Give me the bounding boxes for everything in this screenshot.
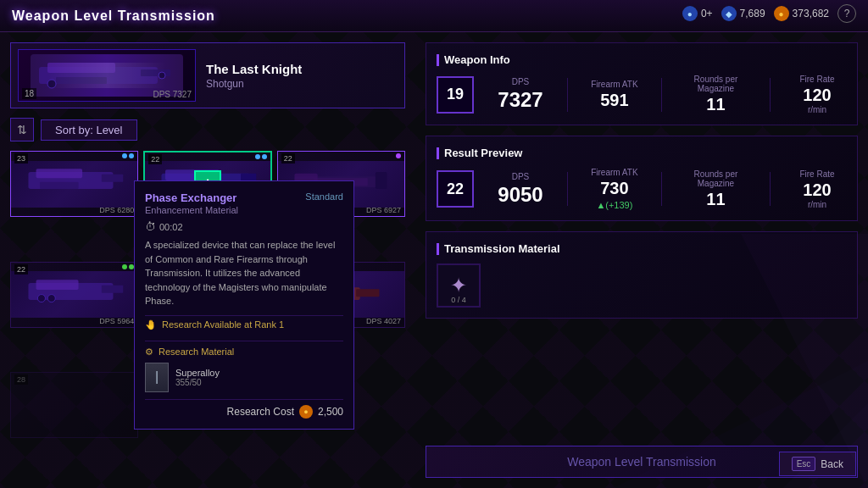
- svg-rect-9: [40, 182, 78, 189]
- result-dps: DPS 9050: [491, 172, 550, 207]
- result-dps-label: DPS: [512, 172, 530, 181]
- result-rounds-label: Rounds per Magazine: [679, 169, 753, 188]
- svg-rect-8: [101, 175, 122, 182]
- cell-dps-5: DPS 4027: [366, 317, 401, 325]
- result-atk-value: 730: [600, 179, 628, 198]
- mat-qty: 355/50: [175, 378, 220, 387]
- sort-bar: ⇅ Sort by: Level: [10, 117, 405, 142]
- weapon-info-level: 19: [437, 76, 474, 114]
- weapon-cell-img-0: [11, 161, 137, 208]
- research-mat-title: ⚙ Research Material: [145, 347, 343, 358]
- cell-dps-2: DPS 6927: [366, 206, 401, 214]
- gold-cost-icon: ●: [299, 405, 313, 419]
- gold-icon: ●: [774, 6, 789, 21]
- selected-weapon-display: 18 DPS 7327 The Last Knight Shotgun: [10, 42, 405, 108]
- svg-rect-1: [47, 63, 115, 73]
- gold-amount: 373,682: [793, 8, 829, 19]
- result-rounds: Rounds per Magazine 11: [679, 169, 753, 209]
- tooltip-time-value: 00:02: [159, 222, 183, 232]
- svg-rect-3: [56, 77, 107, 84]
- cell-icons-1: [255, 154, 267, 159]
- hand-icon: 🤚: [145, 319, 157, 330]
- result-divider-1: [567, 172, 568, 206]
- svg-point-5: [159, 72, 165, 79]
- mat-slot-icon: ✦: [450, 274, 467, 297]
- top-bar: Weapon Level Transmission ● 0+ ◆ 7,689 ●…: [0, 0, 868, 32]
- sort-icon-button[interactable]: ⇅: [10, 118, 34, 141]
- blue-currency: ● 0+: [682, 6, 713, 21]
- cell-icons-3: [122, 264, 134, 269]
- mat-name: Superalloy: [175, 368, 220, 378]
- cell-level-2: 22: [281, 153, 295, 164]
- result-preview-title: Result Preview: [437, 147, 847, 159]
- result-atk-delta: ▲(+139): [596, 200, 632, 210]
- diamond-currency: ◆ 7,689: [721, 6, 765, 21]
- svg-point-4: [47, 80, 56, 88]
- svg-point-21: [37, 294, 45, 302]
- mat-slot[interactable]: ✦ 0 / 4: [437, 263, 481, 308]
- tooltip-title: Phase Exchanger: [145, 191, 238, 204]
- cell-level-1: 22: [148, 154, 162, 164]
- stat-firearm-atk: Firearm ATK 591: [585, 80, 644, 110]
- gear-icon: ⚙: [145, 347, 153, 358]
- weapon-cell-6[interactable]: 28: [10, 372, 138, 438]
- tooltip-popup: Phase Exchanger Enhancement Material Sta…: [134, 180, 354, 430]
- back-button[interactable]: Esc Back: [779, 452, 856, 476]
- dot-icon: [396, 153, 401, 158]
- svg-rect-7: [36, 169, 82, 178]
- svg-rect-16: [376, 172, 387, 189]
- dot-icon: [262, 154, 267, 159]
- mat-slot-count: 0 / 4: [451, 296, 466, 304]
- weapon-cell-0[interactable]: 23 DPS 6280: [10, 151, 138, 217]
- cost-label: Research Cost: [227, 406, 294, 418]
- cell-level-0: 23: [14, 153, 28, 164]
- diamond-amount: 7,689: [740, 8, 765, 19]
- weapon-cell-3[interactable]: 22 DPS 5964: [10, 262, 138, 328]
- tooltip-title-area: Phase Exchanger Enhancement Material: [145, 191, 238, 215]
- dps-value: 7327: [498, 88, 542, 112]
- result-rounds-value: 11: [706, 190, 725, 209]
- transmission-material-section: Transmission Material ✦ 0 / 4: [426, 231, 858, 319]
- mat-info: Superalloy 355/50: [175, 368, 220, 387]
- cell-icons-2: [396, 153, 401, 158]
- result-fire-rate-label: Fire Rate: [799, 169, 834, 179]
- right-panel: Weapon Info 19 DPS 7327 Firearm ATK 591 …: [415, 32, 868, 488]
- research-mat-label: Research Material: [159, 347, 234, 357]
- tooltip-cost: Research Cost ● 2,500: [145, 399, 343, 419]
- diamond-icon: ◆: [721, 6, 737, 21]
- dps-label: DPS: [512, 77, 530, 86]
- weapon-type: Shotgun: [206, 78, 302, 90]
- stat-divider-3: [770, 78, 771, 112]
- tooltip-subtitle: Enhancement Material: [145, 205, 238, 215]
- weapon-name-area: The Last Knight Shotgun: [206, 62, 302, 90]
- cell-level-3: 22: [14, 264, 28, 274]
- svg-rect-2: [141, 69, 170, 76]
- tooltip-research-available: 🤚 Research Available at Rank 1: [145, 315, 343, 334]
- result-firearm-atk: Firearm ATK 730 ▲(+139): [585, 168, 644, 210]
- dps-label-badge: DPS: [153, 90, 170, 99]
- tooltip-rarity: Standard: [305, 191, 343, 202]
- rounds-value: 11: [706, 95, 725, 114]
- dot-icon: [122, 264, 127, 269]
- result-level: 22: [437, 170, 474, 208]
- fire-rate-value: 120: [803, 86, 831, 105]
- clock-icon: ⏱: [145, 220, 156, 233]
- help-button[interactable]: ?: [837, 4, 856, 23]
- research-avail-text: Research Available at Rank 1: [162, 319, 284, 330]
- tooltip-research-material: ⚙ Research Material | Superalloy 355/50: [145, 341, 343, 392]
- dot-icon: [122, 153, 127, 158]
- page-title: Weapon Level Transmission: [12, 8, 215, 24]
- tooltip-header: Phase Exchanger Enhancement Material Sta…: [145, 191, 343, 215]
- sort-label[interactable]: Sort by: Level: [41, 119, 137, 141]
- fire-rate-label: Fire Rate: [799, 75, 834, 84]
- dps-value-badge: 7327: [173, 90, 192, 99]
- stat-fire-rate: Fire Rate 120 r/min: [787, 75, 847, 114]
- gold-currency: ● 373,682: [774, 6, 829, 21]
- result-divider-2: [661, 172, 662, 206]
- cell-icons-0: [122, 153, 134, 158]
- result-preview-section: Result Preview 22 DPS 9050 Firearm ATK 7…: [426, 136, 858, 221]
- weapon-info-stats: 19 DPS 7327 Firearm ATK 591 Rounds per M…: [437, 75, 847, 114]
- result-fire-rate-value: 120: [803, 180, 831, 200]
- svg-rect-25: [356, 289, 379, 297]
- svg-rect-20: [101, 285, 122, 292]
